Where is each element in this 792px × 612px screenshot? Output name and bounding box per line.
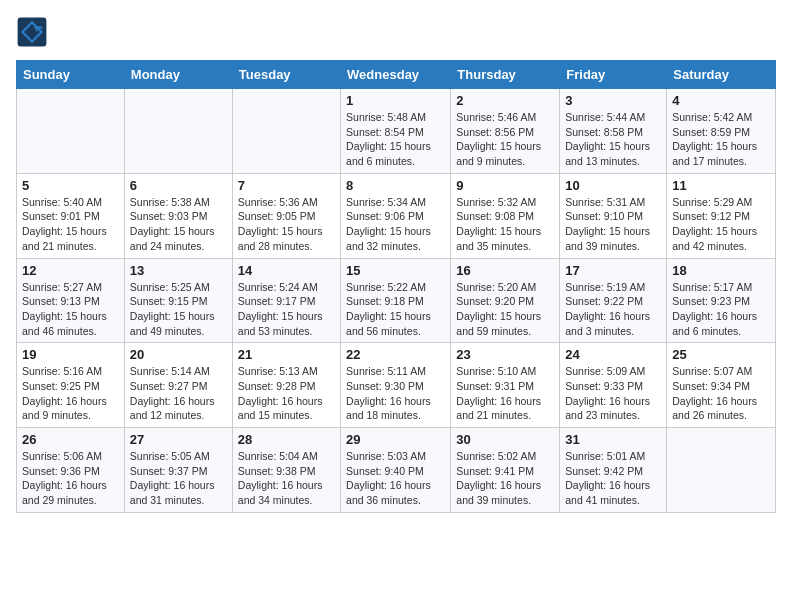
day-number: 25	[672, 347, 770, 362]
day-number: 18	[672, 263, 770, 278]
weekday-header-sunday: Sunday	[17, 61, 125, 89]
cell-info: Sunrise: 5:46 AM	[456, 110, 554, 125]
cell-info: Sunset: 9:23 PM	[672, 294, 770, 309]
weekday-header-thursday: Thursday	[451, 61, 560, 89]
calendar-cell: 10Sunrise: 5:31 AMSunset: 9:10 PMDayligh…	[560, 173, 667, 258]
calendar-cell: 27Sunrise: 5:05 AMSunset: 9:37 PMDayligh…	[124, 428, 232, 513]
cell-info: Sunrise: 5:07 AM	[672, 364, 770, 379]
cell-info: Sunrise: 5:36 AM	[238, 195, 335, 210]
cell-info: Sunrise: 5:48 AM	[346, 110, 445, 125]
cell-info: Sunset: 9:20 PM	[456, 294, 554, 309]
cell-info: Sunrise: 5:32 AM	[456, 195, 554, 210]
cell-info: Sunset: 9:06 PM	[346, 209, 445, 224]
cell-info: Sunset: 9:31 PM	[456, 379, 554, 394]
calendar-cell	[17, 89, 125, 174]
cell-info: Sunset: 8:56 PM	[456, 125, 554, 140]
cell-info: Sunrise: 5:10 AM	[456, 364, 554, 379]
calendar-cell	[232, 89, 340, 174]
cell-info: Daylight: 15 hours and 17 minutes.	[672, 139, 770, 168]
day-number: 31	[565, 432, 661, 447]
cell-info: Sunset: 9:12 PM	[672, 209, 770, 224]
cell-info: Sunset: 9:37 PM	[130, 464, 227, 479]
cell-info: Sunrise: 5:34 AM	[346, 195, 445, 210]
day-number: 26	[22, 432, 119, 447]
cell-info: Daylight: 16 hours and 15 minutes.	[238, 394, 335, 423]
calendar-cell: 21Sunrise: 5:13 AMSunset: 9:28 PMDayligh…	[232, 343, 340, 428]
cell-info: Daylight: 15 hours and 28 minutes.	[238, 224, 335, 253]
cell-info: Daylight: 16 hours and 21 minutes.	[456, 394, 554, 423]
day-number: 14	[238, 263, 335, 278]
day-number: 16	[456, 263, 554, 278]
cell-info: Sunset: 9:27 PM	[130, 379, 227, 394]
day-number: 6	[130, 178, 227, 193]
cell-info: Daylight: 16 hours and 29 minutes.	[22, 478, 119, 507]
cell-info: Sunset: 9:18 PM	[346, 294, 445, 309]
cell-info: Sunset: 9:10 PM	[565, 209, 661, 224]
calendar-cell: 26Sunrise: 5:06 AMSunset: 9:36 PMDayligh…	[17, 428, 125, 513]
cell-info: Sunrise: 5:38 AM	[130, 195, 227, 210]
calendar-table: SundayMondayTuesdayWednesdayThursdayFrid…	[16, 60, 776, 513]
cell-info: Sunrise: 5:09 AM	[565, 364, 661, 379]
calendar-cell: 11Sunrise: 5:29 AMSunset: 9:12 PMDayligh…	[667, 173, 776, 258]
calendar-cell: 1Sunrise: 5:48 AMSunset: 8:54 PMDaylight…	[341, 89, 451, 174]
day-number: 27	[130, 432, 227, 447]
cell-info: Sunset: 9:25 PM	[22, 379, 119, 394]
calendar-cell	[667, 428, 776, 513]
cell-info: Daylight: 16 hours and 9 minutes.	[22, 394, 119, 423]
calendar-cell: 8Sunrise: 5:34 AMSunset: 9:06 PMDaylight…	[341, 173, 451, 258]
day-number: 4	[672, 93, 770, 108]
day-number: 29	[346, 432, 445, 447]
cell-info: Daylight: 15 hours and 53 minutes.	[238, 309, 335, 338]
cell-info: Sunset: 9:30 PM	[346, 379, 445, 394]
calendar-cell: 7Sunrise: 5:36 AMSunset: 9:05 PMDaylight…	[232, 173, 340, 258]
cell-info: Sunset: 9:05 PM	[238, 209, 335, 224]
logo	[16, 16, 52, 48]
cell-info: Sunrise: 5:13 AM	[238, 364, 335, 379]
cell-info: Daylight: 16 hours and 31 minutes.	[130, 478, 227, 507]
week-row-5: 26Sunrise: 5:06 AMSunset: 9:36 PMDayligh…	[17, 428, 776, 513]
cell-info: Sunrise: 5:22 AM	[346, 280, 445, 295]
weekday-header-wednesday: Wednesday	[341, 61, 451, 89]
cell-info: Sunset: 8:59 PM	[672, 125, 770, 140]
calendar-cell: 31Sunrise: 5:01 AMSunset: 9:42 PMDayligh…	[560, 428, 667, 513]
calendar-cell: 2Sunrise: 5:46 AMSunset: 8:56 PMDaylight…	[451, 89, 560, 174]
cell-info: Daylight: 15 hours and 6 minutes.	[346, 139, 445, 168]
day-number: 15	[346, 263, 445, 278]
cell-info: Daylight: 15 hours and 49 minutes.	[130, 309, 227, 338]
cell-info: Sunrise: 5:01 AM	[565, 449, 661, 464]
day-number: 8	[346, 178, 445, 193]
cell-info: Daylight: 15 hours and 39 minutes.	[565, 224, 661, 253]
cell-info: Sunrise: 5:02 AM	[456, 449, 554, 464]
cell-info: Daylight: 16 hours and 36 minutes.	[346, 478, 445, 507]
cell-info: Daylight: 15 hours and 32 minutes.	[346, 224, 445, 253]
cell-info: Daylight: 16 hours and 26 minutes.	[672, 394, 770, 423]
cell-info: Sunrise: 5:29 AM	[672, 195, 770, 210]
cell-info: Sunset: 9:13 PM	[22, 294, 119, 309]
cell-info: Daylight: 15 hours and 24 minutes.	[130, 224, 227, 253]
cell-info: Sunrise: 5:03 AM	[346, 449, 445, 464]
cell-info: Sunrise: 5:04 AM	[238, 449, 335, 464]
calendar-cell	[124, 89, 232, 174]
cell-info: Sunrise: 5:16 AM	[22, 364, 119, 379]
calendar-cell: 5Sunrise: 5:40 AMSunset: 9:01 PMDaylight…	[17, 173, 125, 258]
weekday-header-saturday: Saturday	[667, 61, 776, 89]
day-number: 3	[565, 93, 661, 108]
calendar-cell: 28Sunrise: 5:04 AMSunset: 9:38 PMDayligh…	[232, 428, 340, 513]
cell-info: Sunset: 9:41 PM	[456, 464, 554, 479]
cell-info: Sunset: 9:01 PM	[22, 209, 119, 224]
calendar-cell: 4Sunrise: 5:42 AMSunset: 8:59 PMDaylight…	[667, 89, 776, 174]
cell-info: Daylight: 16 hours and 34 minutes.	[238, 478, 335, 507]
calendar-cell: 18Sunrise: 5:17 AMSunset: 9:23 PMDayligh…	[667, 258, 776, 343]
day-number: 12	[22, 263, 119, 278]
cell-info: Sunrise: 5:19 AM	[565, 280, 661, 295]
cell-info: Sunset: 9:33 PM	[565, 379, 661, 394]
cell-info: Sunrise: 5:44 AM	[565, 110, 661, 125]
cell-info: Daylight: 15 hours and 56 minutes.	[346, 309, 445, 338]
cell-info: Sunset: 9:36 PM	[22, 464, 119, 479]
cell-info: Sunset: 9:15 PM	[130, 294, 227, 309]
cell-info: Sunset: 8:58 PM	[565, 125, 661, 140]
cell-info: Sunrise: 5:31 AM	[565, 195, 661, 210]
calendar-cell: 22Sunrise: 5:11 AMSunset: 9:30 PMDayligh…	[341, 343, 451, 428]
cell-info: Daylight: 16 hours and 3 minutes.	[565, 309, 661, 338]
day-number: 9	[456, 178, 554, 193]
